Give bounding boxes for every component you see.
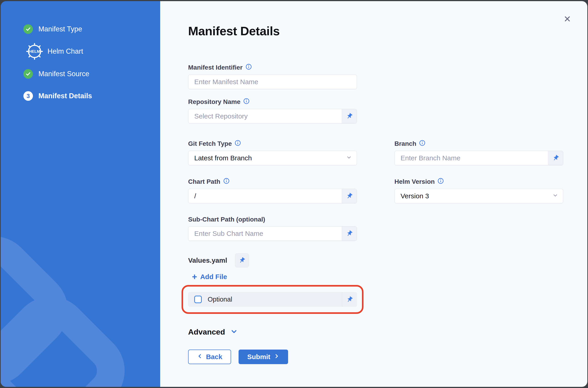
field-git-fetch-type: Git Fetch Type Latest from Branch <box>188 140 357 165</box>
pin-icon[interactable] <box>548 151 563 165</box>
chevron-down-icon <box>552 192 558 200</box>
page-title: Manifest Details <box>188 24 587 38</box>
branch-label: Branch <box>394 140 416 147</box>
step-complete-check-icon <box>23 24 33 34</box>
close-icon[interactable] <box>562 14 572 24</box>
sub-chart-path-label: Sub-Chart Path (optional) <box>188 216 265 223</box>
helm-icon: HELM <box>26 43 43 60</box>
wizard-sidebar: Manifest Type HELM <box>1 1 160 387</box>
step-label: Manifest Type <box>38 25 82 33</box>
field-label-row: Repository Name <box>188 98 357 106</box>
field-manifest-identifier: Manifest Identifier <box>188 64 357 89</box>
pin-icon[interactable] <box>342 189 357 203</box>
field-branch: Branch <box>394 140 563 165</box>
field-label-row: Helm Version <box>394 178 563 186</box>
info-icon[interactable] <box>243 98 249 106</box>
field-helm-version: Helm Version Version 3 <box>394 178 563 203</box>
svg-text:HELM: HELM <box>29 49 40 54</box>
advanced-toggle[interactable]: Advanced <box>188 328 238 336</box>
helm-version-value: Version 3 <box>401 192 429 200</box>
branch-input-wrap <box>394 151 563 165</box>
helm-version-label: Helm Version <box>394 178 435 185</box>
chart-path-input[interactable] <box>188 189 342 203</box>
step-label: Manifest Details <box>38 92 92 100</box>
field-label-row: Chart Path <box>188 178 357 186</box>
manifest-identifier-input-wrap <box>188 74 357 89</box>
wizard-footer-buttons: Back Submit <box>188 350 587 364</box>
back-button-label: Back <box>206 353 222 361</box>
row-git-fetch-branch: Git Fetch Type Latest from Branch Branch <box>188 140 587 165</box>
add-file-label: Add File <box>200 273 227 281</box>
repository-name-label: Repository Name <box>188 98 240 105</box>
field-sub-chart-path: Sub-Chart Path (optional) <box>188 216 357 241</box>
field-label-row: Git Fetch Type <box>188 140 357 148</box>
manifest-identifier-input[interactable] <box>188 75 357 89</box>
info-icon[interactable] <box>246 64 252 72</box>
field-chart-path: Chart Path <box>188 178 357 203</box>
manifest-wizard-dialog: Manifest Type HELM <box>1 1 587 387</box>
add-file-button[interactable]: + Add File <box>192 272 227 281</box>
field-repository-name: Repository Name <box>188 98 357 123</box>
submit-button-label: Submit <box>247 353 270 361</box>
sidebar-substep-helm-chart[interactable]: HELM Helm Chart <box>26 43 83 60</box>
sidebar-step-manifest-type[interactable]: Manifest Type <box>23 24 82 34</box>
repository-name-input[interactable] <box>188 109 342 123</box>
pin-icon[interactable] <box>342 226 357 241</box>
advanced-label: Advanced <box>188 328 225 336</box>
helm-version-select[interactable]: Version 3 <box>394 189 563 203</box>
field-label-row: Branch <box>394 140 563 148</box>
substep-label: Helm Chart <box>47 47 83 55</box>
optional-label: Optional <box>208 296 232 303</box>
chart-path-label: Chart Path <box>188 178 220 185</box>
chevron-right-icon <box>274 353 280 361</box>
values-yaml-section-header: Values.yaml <box>188 253 587 267</box>
field-label-row: Sub-Chart Path (optional) <box>188 216 357 223</box>
step-number-badge: 3 <box>23 91 33 101</box>
info-icon[interactable] <box>437 178 444 186</box>
step-label: Manifest Source <box>38 70 89 78</box>
row-chart-path-helm-version: Chart Path Helm Version <box>188 178 587 203</box>
pin-icon[interactable] <box>235 253 249 267</box>
chart-path-input-wrap <box>188 189 357 203</box>
chevron-left-icon <box>197 353 203 361</box>
sub-chart-path-input[interactable] <box>188 226 342 241</box>
info-icon[interactable] <box>235 140 241 148</box>
values-yaml-label: Values.yaml <box>188 257 227 264</box>
git-fetch-type-value: Latest from Branch <box>194 154 252 162</box>
manifest-details-panel: Manifest Details Manifest Identifier Rep… <box>160 1 587 387</box>
sidebar-step-manifest-source[interactable]: Manifest Source <box>23 69 89 79</box>
chevron-down-icon <box>230 328 238 336</box>
step-complete-check-icon <box>23 69 33 79</box>
pin-icon[interactable] <box>342 109 357 123</box>
optional-checkbox-row: Optional <box>188 292 357 307</box>
field-label-row: Manifest Identifier <box>188 64 357 72</box>
info-icon[interactable] <box>223 178 229 186</box>
sub-chart-path-input-wrap <box>188 226 357 241</box>
plus-icon: + <box>192 272 197 281</box>
pin-icon[interactable] <box>342 292 357 307</box>
git-fetch-type-label: Git Fetch Type <box>188 140 232 147</box>
info-icon[interactable] <box>419 140 425 148</box>
manifest-identifier-label: Manifest Identifier <box>188 64 243 71</box>
repository-name-input-wrap <box>188 109 357 123</box>
annotation-highlight-box: Optional <box>181 285 364 314</box>
chevron-down-icon <box>346 154 352 162</box>
sidebar-step-manifest-details[interactable]: 3 Manifest Details <box>23 91 92 101</box>
branch-input[interactable] <box>395 151 548 165</box>
git-fetch-type-select[interactable]: Latest from Branch <box>188 151 357 165</box>
back-button[interactable]: Back <box>188 350 231 364</box>
optional-checkbox[interactable] <box>194 296 202 303</box>
submit-button[interactable]: Submit <box>239 350 288 364</box>
